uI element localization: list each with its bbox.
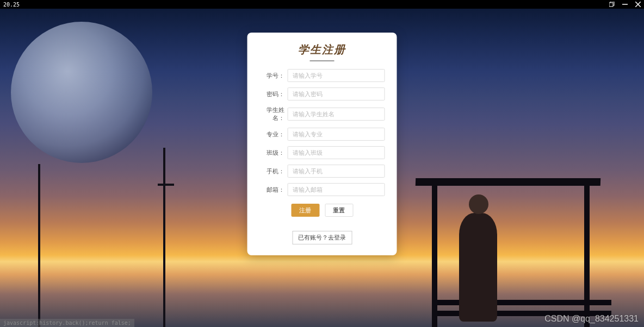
restore-icon[interactable]	[609, 2, 615, 7]
row-password: 密码：	[259, 87, 385, 100]
watermark: CSDN @qq_834251331	[544, 314, 639, 324]
register-card: 学生注册 学号： 密码： 学生姓名： 专业： 班级： 手机： 邮箱： 注册 重置…	[247, 33, 397, 255]
label-password: 密码：	[259, 90, 288, 98]
input-major[interactable]	[288, 128, 385, 141]
close-icon[interactable]	[635, 2, 641, 7]
label-major: 专业：	[259, 130, 288, 139]
reset-button[interactable]: 重置	[325, 204, 353, 217]
input-phone[interactable]	[288, 165, 385, 178]
login-link[interactable]: 已有账号？去登录	[292, 231, 352, 244]
input-student-name[interactable]	[288, 108, 385, 121]
login-link-row: 已有账号？去登录	[259, 231, 385, 244]
status-bar: javascript:history.back();return false;	[0, 319, 134, 327]
input-student-id[interactable]	[288, 69, 385, 82]
row-phone: 手机：	[259, 165, 385, 178]
button-row: 注册 重置	[259, 204, 385, 217]
card-title: 学生注册	[259, 42, 385, 57]
input-email[interactable]	[288, 183, 385, 196]
row-student-name: 学生姓名：	[259, 106, 385, 122]
titlebar-left: 20.25	[3, 2, 20, 8]
input-password[interactable]	[288, 87, 385, 100]
svg-rect-1	[609, 3, 613, 7]
input-class[interactable]	[288, 146, 385, 159]
label-class: 班级：	[259, 149, 288, 157]
row-email: 邮箱：	[259, 183, 385, 196]
label-student-name: 学生姓名：	[259, 106, 288, 122]
row-student-id: 学号：	[259, 69, 385, 82]
minimize-icon[interactable]	[622, 2, 628, 7]
label-student-id: 学号：	[259, 72, 288, 80]
label-phone: 手机：	[259, 167, 288, 175]
row-major: 专业：	[259, 128, 385, 141]
title-underline	[310, 60, 335, 61]
window-titlebar: 20.25	[0, 0, 644, 9]
row-class: 班级：	[259, 146, 385, 159]
moon-decor	[11, 22, 152, 163]
label-email: 邮箱：	[259, 186, 288, 194]
register-button[interactable]: 注册	[291, 204, 319, 217]
